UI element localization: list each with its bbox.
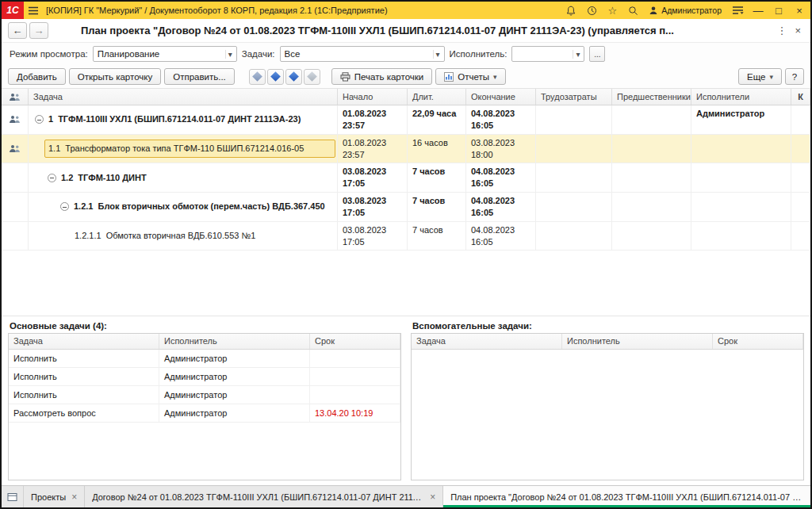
- outdent-task-button[interactable]: [249, 69, 266, 85]
- print-card-button[interactable]: Печать карточки: [331, 68, 432, 85]
- more-actions-button[interactable]: Еще ▾: [738, 68, 782, 85]
- task-end: 04.08.2023 16:05: [466, 193, 536, 222]
- close-icon: ×: [796, 6, 802, 16]
- task-predecessors: [612, 135, 691, 164]
- tab-projects[interactable]: Проекты ×: [24, 486, 85, 507]
- task-predecessors: [612, 193, 691, 222]
- task-row[interactable]: 1 ТГФМ-110III УХЛ1 (БШИП.671214.011-07 Д…: [2, 105, 810, 135]
- move-task-down-button[interactable]: [285, 69, 302, 85]
- star-icon: ☆: [607, 6, 617, 16]
- current-user[interactable]: Администратор: [644, 6, 726, 15]
- subtask-row[interactable]: Исполнить Администратор: [9, 350, 400, 368]
- task-k: [791, 222, 810, 251]
- indent-task-button[interactable]: [304, 69, 320, 85]
- close-window-button[interactable]: ×: [790, 2, 809, 19]
- titlebar-actions: ☆ Администратор — □ ×: [561, 2, 810, 19]
- main-menu-button[interactable]: [24, 2, 43, 19]
- column-header-start[interactable]: Начало: [338, 89, 408, 105]
- task-row-selected[interactable]: 1.1 Трансформатор тока типа ТГФМ-110 БШИ…: [2, 135, 810, 164]
- column-header-task[interactable]: Задача: [29, 89, 338, 105]
- tab-label: Проекты: [31, 492, 66, 502]
- service-menu-button[interactable]: [728, 2, 747, 19]
- subtask-executor: Администратор: [159, 368, 310, 386]
- help-button[interactable]: ?: [785, 68, 804, 85]
- subtask-row[interactable]: Исполнить Администратор: [9, 386, 400, 404]
- column-header-due[interactable]: Срок: [310, 334, 400, 349]
- chevron-down-icon: ▾: [769, 73, 773, 81]
- reports-button[interactable]: Отчеты ▾: [435, 68, 505, 85]
- task-duration: 7 часов: [408, 163, 466, 193]
- column-header-end[interactable]: Окончание: [466, 89, 536, 105]
- minimize-icon: —: [753, 6, 764, 16]
- minimize-button[interactable]: —: [749, 2, 768, 19]
- column-header-executor[interactable]: Исполнитель: [159, 334, 310, 349]
- column-header-executor[interactable]: Исполнитель: [562, 334, 713, 349]
- executor-filter-label: Исполнитель:: [450, 49, 508, 59]
- maximize-button[interactable]: □: [769, 2, 788, 19]
- back-button[interactable]: ←: [8, 22, 27, 39]
- history-icon: [587, 6, 597, 16]
- column-header-predecessors[interactable]: Предшественники: [612, 89, 691, 105]
- more-menu-icon[interactable]: ⋮: [776, 25, 787, 36]
- forward-button[interactable]: →: [29, 22, 48, 39]
- task-row[interactable]: 1.2 ТГФМ-110 ДИНТ 03.08.2023 17:05 7 час…: [2, 163, 810, 193]
- favorites-button[interactable]: ☆: [603, 2, 622, 19]
- assignees-column-header[interactable]: [2, 89, 29, 105]
- tasks-filter-label: Задачи:: [242, 49, 275, 59]
- add-button[interactable]: Добавить: [8, 68, 66, 85]
- main-tasks-body: Исполнить Администратор Исполнить Админи…: [9, 350, 400, 423]
- task-executors: Администратор: [691, 105, 791, 135]
- tab-label: План проекта "Договор №24 от 01.08.2023 …: [450, 492, 803, 502]
- column-header-labor[interactable]: Трудозатраты: [536, 89, 612, 105]
- search-icon: [628, 6, 638, 16]
- maximize-icon: □: [776, 6, 782, 16]
- column-header-executors[interactable]: Исполнители: [691, 89, 791, 105]
- task-number: 1.1: [48, 143, 60, 155]
- executor-filter-input[interactable]: ▾: [511, 46, 584, 62]
- collapse-toggle-icon[interactable]: [48, 174, 56, 182]
- column-header-k[interactable]: К: [791, 89, 810, 105]
- close-tab-icon[interactable]: ×: [71, 492, 77, 503]
- home-page-button[interactable]: [2, 486, 24, 507]
- close-form-icon[interactable]: ×: [795, 25, 801, 36]
- history-button[interactable]: [582, 2, 601, 19]
- subtask-name: Рассмотреть вопрос: [9, 404, 159, 423]
- chevron-down-icon[interactable]: ▾: [225, 50, 235, 59]
- open-card-button[interactable]: Открыть карточку: [69, 68, 161, 85]
- tasks-filter-select[interactable]: Все ▾: [280, 46, 445, 62]
- chevron-down-icon[interactable]: ▾: [433, 50, 442, 59]
- chevron-down-icon[interactable]: ▾: [573, 50, 582, 59]
- collapse-toggle-icon[interactable]: [60, 202, 69, 211]
- task-row[interactable]: 1.2.1.1 Обмотка вторичная ВДБ.610.553 №1…: [2, 222, 810, 251]
- aux-tasks-header: Задача Исполнитель Срок: [412, 334, 803, 350]
- subtask-row[interactable]: Рассмотреть вопрос Администратор 13.04.2…: [9, 404, 400, 423]
- task-predecessors: [612, 105, 691, 135]
- page-title: План проекта "Договор №24 от 01.08.2023 …: [81, 25, 773, 36]
- column-header-due[interactable]: Срок: [713, 334, 803, 349]
- move-task-up-button[interactable]: [267, 69, 284, 85]
- executor-choose-button[interactable]: ...: [589, 46, 605, 62]
- tab-project-plan-active[interactable]: План проекта "Договор №24 от 01.08.2023 …: [443, 486, 810, 507]
- tab-label: Договор №24 от 01.08.2023 ТГФМ-110III УХ…: [92, 492, 424, 502]
- focused-cell[interactable]: 1.1 Трансформатор тока типа ТГФМ-110 БШИ…: [44, 140, 335, 158]
- notifications-button[interactable]: [561, 2, 580, 19]
- hamburger-icon: [28, 6, 39, 15]
- open-windows-tabbar: Проекты × Договор №24 от 01.08.2023 ТГФМ…: [2, 485, 810, 507]
- search-button[interactable]: [623, 2, 642, 19]
- column-header-duration[interactable]: Длит.: [408, 89, 466, 105]
- task-row[interactable]: 1.2.1 Блок вторичных обмоток (перем.част…: [2, 193, 810, 222]
- subtask-row[interactable]: Исполнить Администратор: [9, 368, 400, 386]
- send-button[interactable]: Отправить...: [164, 68, 235, 85]
- view-mode-select[interactable]: Планирование ▾: [93, 46, 237, 62]
- subtask-due: [310, 350, 400, 368]
- collapse-toggle-icon[interactable]: [35, 115, 44, 124]
- titlebar: 1С [КОПИЯ] ГК "Меркурий" / Документообор…: [2, 2, 810, 19]
- task-number: 1.2: [61, 172, 73, 184]
- task-start: 03.08.2023 17:05: [338, 222, 408, 251]
- column-header-task[interactable]: Задача: [412, 334, 562, 349]
- tab-contract[interactable]: Договор №24 от 01.08.2023 ТГФМ-110III УХ…: [85, 486, 443, 507]
- column-header-task[interactable]: Задача: [9, 334, 159, 349]
- task-end: 03.08.2023 18:00: [466, 135, 536, 164]
- close-tab-icon[interactable]: ×: [430, 492, 435, 503]
- main-tasks-title: Основные задачи (4):: [8, 318, 401, 333]
